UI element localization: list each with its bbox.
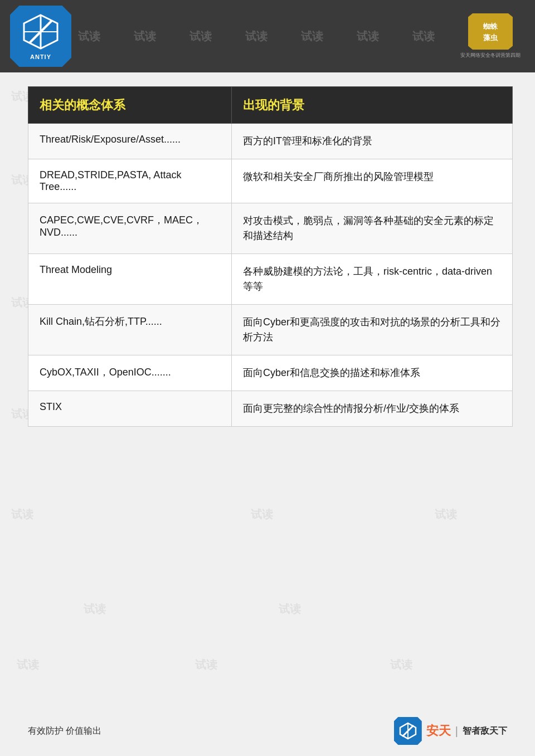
table-cell-right: 各种威胁建模的方法论，工具，risk-centric，data-driven等等: [231, 254, 512, 305]
table-row: Threat/Risk/Exposure/Asset......西方的IT管理和…: [28, 124, 513, 159]
footer-brand: 安天 | 智者敌天下: [394, 717, 507, 745]
footer-brand-sub: 智者敌天下: [463, 725, 507, 737]
table-row: Threat Modeling各种威胁建模的方法论，工具，risk-centri…: [28, 254, 513, 305]
table-cell-right: 微软和相关安全厂商所推出的风险管理模型: [231, 159, 512, 203]
training-logo-icon: 蜘蛛 藻虫: [468, 13, 513, 50]
concept-table: 相关的概念体系 出现的背景 Threat/Risk/Exposure/Asset…: [28, 86, 513, 427]
table-row: STIX面向更完整的综合性的情报分析/作业/交换的体系: [28, 391, 513, 427]
col1-header: 相关的概念体系: [28, 87, 232, 124]
footer: 有效防护 价值输出 安天 | 智者敌天下: [0, 706, 535, 756]
table-cell-left: CAPEC,CWE,CVE,CVRF，MAEC，NVD......: [28, 203, 232, 254]
antiy-footer-icon: [399, 722, 417, 740]
training-badge: 蜘蛛 藻虫: [468, 13, 513, 50]
header-right-logo-area: 蜘蛛 藻虫 安天网络安全冬训营第四期: [457, 6, 524, 67]
table-row: Kill Chain,钻石分析,TTP......面向Cyber和更高强度的攻击…: [28, 305, 513, 355]
table-row: CAPEC,CWE,CVE,CVRF，MAEC，NVD......对攻击模式，脆…: [28, 203, 513, 254]
svg-text:蜘蛛: 蜘蛛: [483, 22, 498, 31]
footer-logo-icon: [394, 717, 422, 745]
header-logo: ANTIY: [10, 6, 71, 67]
antiy-label: ANTIY: [30, 53, 51, 60]
table-cell-right: 面向Cyber和更高强度的攻击和对抗的场景的分析工具和分析方法: [231, 305, 512, 355]
footer-pipe: |: [455, 725, 458, 738]
antiy-logo-icon: [21, 12, 60, 51]
table-cell-left: STIX: [28, 391, 232, 427]
table-row: CybOX,TAXII，OpenIOC.......面向Cyber和信息交换的描…: [28, 355, 513, 391]
footer-tagline: 有效防护 价值输出: [28, 725, 101, 737]
svg-text:藻虫: 藻虫: [483, 33, 498, 42]
footer-brand-main: 安天: [426, 723, 451, 739]
table-cell-left: Kill Chain,钻石分析,TTP......: [28, 305, 232, 355]
table-cell-right: 面向更完整的综合性的情报分析/作业/交换的体系: [231, 391, 512, 427]
header: ANTIY 试读 试读 试读 试读 试读 试读 试读 蜘蛛 藻虫 安天网络安全冬…: [0, 0, 535, 72]
table-cell-right: 对攻击模式，脆弱点，漏洞等各种基础的安全元素的标定和描述结构: [231, 203, 512, 254]
header-watermarks: 试读 试读 试读 试读 试读 试读 试读: [78, 29, 435, 44]
col2-header: 出现的背景: [231, 87, 512, 124]
table-cell-left: CybOX,TAXII，OpenIOC.......: [28, 355, 232, 391]
table-cell-right: 西方的IT管理和标准化的背景: [231, 124, 512, 159]
table-cell-left: Threat/Risk/Exposure/Asset......: [28, 124, 232, 159]
table-cell-right: 面向Cyber和信息交换的描述和标准体系: [231, 355, 512, 391]
table-row: DREAD,STRIDE,PASTA, Attack Tree......微软和…: [28, 159, 513, 203]
training-subtitle: 安天网络安全冬训营第四期: [460, 52, 521, 59]
main-content: 相关的概念体系 出现的背景 Threat/Risk/Exposure/Asset…: [28, 86, 513, 427]
table-cell-left: Threat Modeling: [28, 254, 232, 305]
table-cell-left: DREAD,STRIDE,PASTA, Attack Tree......: [28, 159, 232, 203]
svg-rect-4: [471, 16, 510, 47]
